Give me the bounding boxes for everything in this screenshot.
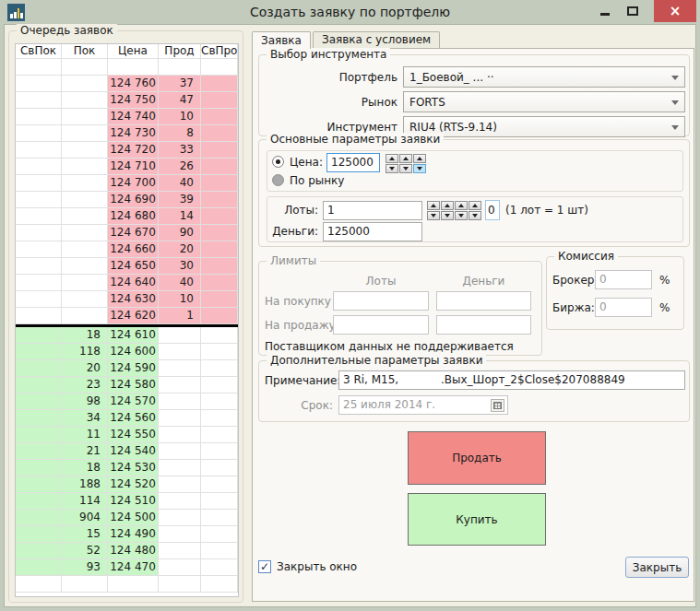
cell [62,125,108,142]
portfolio-value: 1_Боевой_ ... ·· [409,71,494,84]
ask-qty-cell: 37 [159,76,201,92]
close-dialog-button[interactable]: Закрыть [625,557,689,578]
instrument-group: Выбор инструмента Портфель 1_Боевой_ ...… [258,54,690,136]
ask-row[interactable]: 124 6201 [16,308,238,324]
term-input[interactable]: 25 июля 2014 г. [338,395,508,415]
spin-up-button[interactable] [441,201,454,210]
portfolio-select[interactable]: 1_Боевой_ ... ·· [403,66,685,88]
ask-price-cell: 124 750 [108,92,159,109]
spin-down-button[interactable] [399,164,412,173]
spin-up-button[interactable] [399,154,412,163]
minimize-button[interactable] [595,0,615,22]
limit-buy-money-input[interactable] [436,291,531,311]
sell-button[interactable]: Продать [408,431,546,485]
exchange-input[interactable]: 0 [595,298,652,317]
bid-row[interactable]: 20124 590 [16,360,238,377]
broker-input[interactable]: 0 [595,270,652,289]
ask-row[interactable]: 124 69039 [16,192,238,208]
bid-row[interactable]: 18124 610 [16,327,238,344]
ask-row[interactable]: 124 72033 [16,142,238,159]
spin-down-button[interactable] [413,164,426,173]
close-window-option: ✓ Закрыть окно [258,560,357,573]
cell [62,92,108,109]
ask-row[interactable]: 124 70040 [16,175,238,192]
ask-row[interactable]: 124 65030 [16,258,238,275]
bid-row[interactable]: 98124 570 [16,394,238,410]
ask-row[interactable]: 124 67090 [16,225,238,241]
bid-price-cell: 124 540 [108,443,159,460]
maximize-button[interactable] [623,0,643,22]
bid-row[interactable]: 114124 510 [16,493,238,510]
spin-down-button[interactable] [427,211,440,220]
ask-price-cell: 124 620 [108,308,159,324]
lots-input[interactable]: 1 [323,201,422,220]
bid-row[interactable]: 188124 520 [16,476,238,493]
spin-down-button[interactable] [441,211,454,220]
limit-sell-lots-input[interactable] [333,315,429,335]
calendar-button[interactable] [491,399,504,412]
limit-buy-lots-input[interactable] [333,291,429,311]
bid-row[interactable]: 904124 500 [16,510,238,526]
spin-down-button[interactable] [386,164,398,173]
ask-row[interactable]: 124 68014 [16,208,238,225]
bid-price-cell: 124 600 [108,344,159,360]
tab-order[interactable]: Заявка [252,31,311,49]
price-mode-box: Цена: 125000 По рынку [267,150,683,192]
ask-row[interactable]: 124 76037 [16,76,238,92]
limit-sell-label: На продажу [265,319,336,332]
ask-row[interactable]: 124 7308 [16,125,238,142]
ask-free-cell [201,125,238,142]
spin-up-button[interactable] [413,154,426,163]
ask-row[interactable]: 124 75047 [16,92,238,109]
ask-row[interactable]: 124 71026 [16,159,238,175]
ask-qty-cell: 47 [159,92,201,109]
cell [62,241,108,258]
cell [201,377,238,394]
bid-row[interactable]: 18124 530 [16,460,238,476]
spin-up-button[interactable] [386,154,398,163]
spin-up-button[interactable] [427,201,440,210]
cell [108,576,159,593]
ask-row[interactable]: 124 74010 [16,109,238,125]
ask-qty-cell: 10 [159,109,201,125]
limit-sell-money-input[interactable] [436,315,531,335]
ask-free-cell [201,175,238,192]
instrument-select[interactable]: RIU4 (RTS-9.14) [403,116,685,137]
tab-conditional-order[interactable]: Заявка с условием [313,31,440,48]
ask-row[interactable]: 124 63010 [16,291,238,308]
bid-row[interactable]: 118124 600 [16,344,238,360]
bid-row[interactable]: 11124 550 [16,427,238,443]
broker-value: 0 [599,273,607,286]
spin-up-button[interactable] [469,201,481,210]
bid-row[interactable]: 23124 580 [16,377,238,394]
order-tab-page: Выбор инструмента Портфель 1_Боевой_ ...… [252,48,694,602]
bid-price-cell: 124 560 [108,410,159,427]
ask-row[interactable]: 124 66020 [16,241,238,258]
bid-row[interactable]: 52124 480 [16,543,238,559]
ask-qty-cell: 90 [159,225,201,241]
limits-col-money: Деньги [436,275,531,288]
market-select[interactable]: FORTS [403,91,685,112]
close-window-checkbox[interactable]: ✓ [258,560,271,573]
price-radio[interactable] [272,156,284,168]
bid-price-cell: 124 590 [108,360,159,377]
ask-row[interactable]: 124 64040 [16,275,238,291]
bid-row[interactable]: 93124 470 [16,559,238,576]
close-window-checkbox-label: Закрыть окно [277,560,357,573]
order-book-table[interactable]: СвПокПокЦенаПродСвПрод124 76037124 75047… [15,43,239,597]
price-input[interactable]: 125000 [326,153,380,172]
close-window-button[interactable]: × [654,0,696,22]
bid-row[interactable]: 21124 540 [16,443,238,460]
ask-qty-cell: 33 [159,142,201,159]
spin-down-button[interactable] [455,211,468,220]
bid-row[interactable]: 34124 560 [16,410,238,427]
ask-qty-cell: 40 [159,275,201,291]
money-input[interactable]: 125000 [323,222,422,241]
spin-down-button[interactable] [469,211,481,220]
market-price-radio[interactable] [272,174,284,186]
bid-row[interactable]: 15124 490 [16,526,238,543]
lots-label: Лоты: [267,204,318,217]
buy-button[interactable]: Купить [408,493,546,546]
spin-up-button[interactable] [455,201,468,210]
note-input[interactable]: 3 Ri, M15, .Вых_Шорт_2$Close$207088849 [338,370,685,390]
